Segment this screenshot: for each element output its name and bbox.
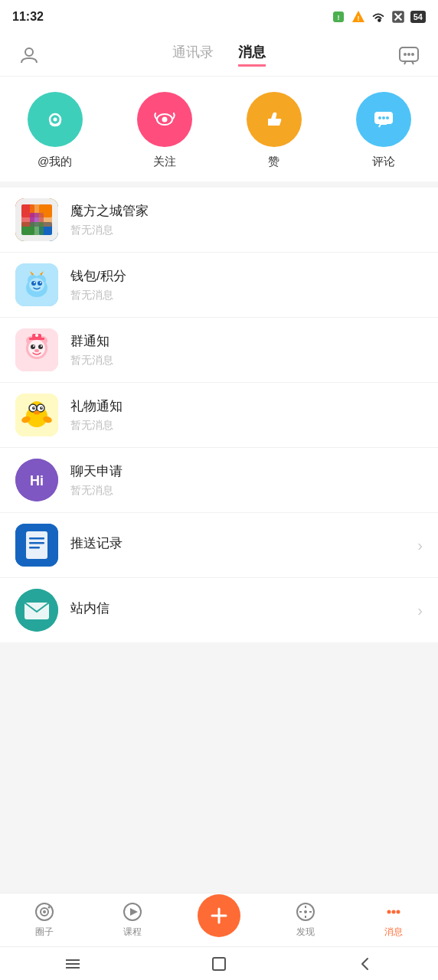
list-subtitle-chat-apply: 暂无消息 xyxy=(70,484,423,498)
svg-point-18 xyxy=(382,116,385,119)
list-item-station-mail[interactable]: 站内信 › xyxy=(0,578,438,642)
list-content-gift-notify: 礼物通知 暂无消息 xyxy=(70,397,423,433)
svg-point-13 xyxy=(53,118,57,122)
compass-icon xyxy=(295,901,316,923)
push-record-arrow: › xyxy=(417,537,423,554)
status-icons: ! ! 54 xyxy=(331,9,426,24)
svg-point-60 xyxy=(34,407,35,409)
list-content-wallet: 钱包/积分 暂无消息 xyxy=(70,267,423,302)
svg-point-45 xyxy=(38,345,43,349)
svg-point-89 xyxy=(392,910,396,914)
notif-like[interactable]: 赞 xyxy=(247,92,302,169)
follow-circle xyxy=(137,92,192,147)
list-title-wallet: 钱包/积分 xyxy=(70,267,423,285)
avatar-group-notify xyxy=(15,328,58,371)
sys-home-button[interactable] xyxy=(204,949,234,979)
message-list: 魔方之城管家 暂无消息 钱包/积分 xyxy=(0,188,438,642)
list-content-group-notify: 群通知 暂无消息 xyxy=(70,332,423,368)
course-label: 课程 xyxy=(123,926,142,939)
list-title-chat-apply: 聊天申请 xyxy=(70,462,423,480)
svg-point-37 xyxy=(34,282,35,283)
svg-text:!: ! xyxy=(337,14,339,21)
at-me-label: @我的 xyxy=(38,155,72,169)
svg-point-34 xyxy=(29,278,44,292)
svg-rect-71 xyxy=(29,547,40,549)
status-time: 11:32 xyxy=(12,10,44,24)
notification-icon: ! xyxy=(331,9,346,24)
list-item-push-record[interactable]: 推送记录 › xyxy=(0,513,438,578)
svg-rect-69 xyxy=(29,537,44,540)
list-content-push-record: 推送记录 xyxy=(70,534,411,556)
camera-icon xyxy=(34,901,55,923)
tab-contacts[interactable]: 通讯录 xyxy=(172,43,214,67)
svg-point-38 xyxy=(40,282,41,283)
tab-messages[interactable]: 消息 xyxy=(238,43,266,67)
svg-point-7 xyxy=(25,48,33,56)
gray-spacer xyxy=(0,642,438,719)
status-bar: 11:32 ! ! 54 xyxy=(0,0,438,34)
bottom-nav-discover[interactable]: 发现 xyxy=(283,901,328,939)
list-title-group-notify: 群通知 xyxy=(70,332,423,350)
notif-follow[interactable]: 关注 xyxy=(137,92,192,169)
list-item-wallet[interactable]: 钱包/积分 暂无消息 xyxy=(0,253,438,318)
list-subtitle-rubik: 暂无消息 xyxy=(70,224,423,237)
bottom-nav-course[interactable]: 课程 xyxy=(110,901,155,939)
messages-label: 消息 xyxy=(384,926,403,939)
notif-comment[interactable]: 评论 xyxy=(356,92,411,169)
svg-text:!: ! xyxy=(357,15,359,22)
list-title-gift-notify: 礼物通知 xyxy=(70,397,423,415)
avatar-gift-notify xyxy=(15,394,58,436)
play-icon xyxy=(122,901,143,923)
svg-rect-70 xyxy=(29,542,44,544)
profile-icon[interactable] xyxy=(15,41,43,69)
svg-point-83 xyxy=(304,910,307,913)
svg-point-77 xyxy=(47,906,50,909)
svg-point-47 xyxy=(41,345,42,347)
list-title-push-record: 推送记录 xyxy=(70,534,411,552)
bottom-nav-messages[interactable]: 消息 xyxy=(371,901,417,939)
list-item-group-notify[interactable]: 群通知 暂无消息 xyxy=(0,318,438,383)
sys-menu-button[interactable] xyxy=(57,949,88,979)
system-nav-bar xyxy=(0,946,438,980)
circle-label: 圈子 xyxy=(35,926,54,939)
svg-point-88 xyxy=(387,910,391,914)
avatar-chat-apply: Hi xyxy=(15,459,58,501)
like-label: 赞 xyxy=(268,155,279,169)
svg-point-62 xyxy=(34,411,40,415)
svg-point-76 xyxy=(43,910,46,913)
list-subtitle-wallet: 暂无消息 xyxy=(70,289,423,302)
warning-icon: ! xyxy=(351,9,366,24)
discover-label: 发现 xyxy=(296,926,315,939)
comment-label: 评论 xyxy=(372,155,395,169)
list-item-chat-apply[interactable]: Hi 聊天申请 暂无消息 xyxy=(0,448,438,513)
bottom-nav: 圈子 课程 发现 xyxy=(0,893,438,946)
chat-icon-button[interactable] xyxy=(395,41,423,69)
svg-marker-79 xyxy=(130,908,138,916)
add-button[interactable] xyxy=(198,894,240,937)
avatar-station-mail xyxy=(15,589,58,632)
svg-point-9 xyxy=(404,53,407,56)
list-content-chat-apply: 聊天申请 暂无消息 xyxy=(70,462,423,498)
notification-icons-section: @我的 关注 赞 xyxy=(0,77,438,188)
signal-off-icon xyxy=(391,9,406,24)
list-content-station-mail: 站内信 xyxy=(70,599,411,621)
svg-point-46 xyxy=(33,345,34,347)
sys-back-button[interactable] xyxy=(350,949,381,979)
svg-point-10 xyxy=(407,53,410,56)
avatar-push-record xyxy=(15,524,58,567)
svg-point-44 xyxy=(31,345,35,349)
follow-label: 关注 xyxy=(153,155,176,169)
svg-point-36 xyxy=(38,281,42,286)
list-item-rubik[interactable]: 魔方之城管家 暂无消息 xyxy=(0,188,438,253)
at-me-circle xyxy=(28,92,83,147)
svg-point-51 xyxy=(35,334,38,337)
avatar-wallet xyxy=(15,263,58,306)
notif-at-me[interactable]: @我的 xyxy=(28,92,83,169)
bottom-nav-circle[interactable]: 圈子 xyxy=(21,901,67,939)
list-item-gift-notify[interactable]: 礼物通知 暂无消息 xyxy=(0,383,438,448)
svg-point-90 xyxy=(397,910,400,914)
list-title-rubik: 魔方之城管家 xyxy=(70,202,423,220)
avatar-rubik xyxy=(15,198,58,241)
list-content-rubik: 魔方之城管家 暂无消息 xyxy=(70,202,423,237)
svg-point-48 xyxy=(34,349,39,352)
